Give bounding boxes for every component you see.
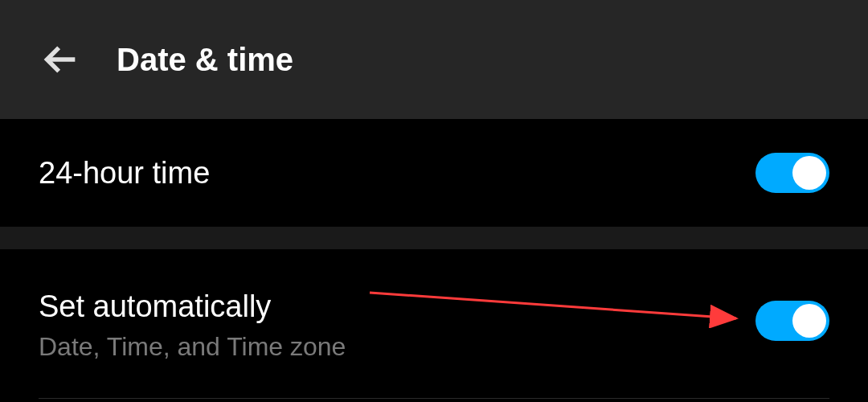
setting-title-auto: Set automatically <box>39 289 346 324</box>
section-gap <box>0 227 868 249</box>
page-title: Date & time <box>117 42 293 78</box>
setting-text-block: Set automatically Date, Time, and Time z… <box>39 281 346 362</box>
toggle-knob <box>792 304 826 338</box>
setting-text-block: 24-hour time <box>39 156 210 191</box>
toggle-24hour[interactable] <box>755 153 829 193</box>
back-arrow-icon[interactable] <box>40 39 80 80</box>
row-divider <box>39 398 829 399</box>
setting-title-24hour: 24-hour time <box>39 156 210 191</box>
toggle-knob <box>792 156 826 190</box>
setting-row-24hour: 24-hour time <box>0 119 868 227</box>
setting-subtitle-auto: Date, Time, and Time zone <box>39 332 346 362</box>
settings-header: Date & time <box>0 0 868 119</box>
setting-row-auto: Set automatically Date, Time, and Time z… <box>0 249 868 402</box>
toggle-auto[interactable] <box>755 301 829 341</box>
